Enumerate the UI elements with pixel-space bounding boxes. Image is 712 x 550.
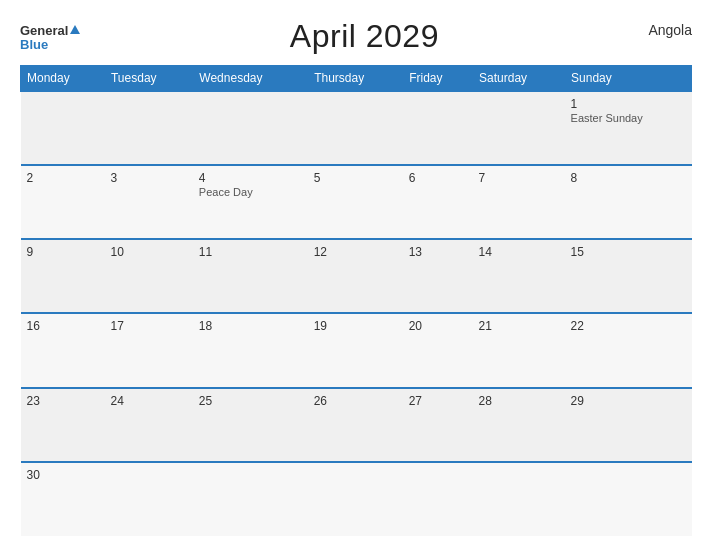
calendar-cell: 17 [104,313,192,387]
day-number: 25 [199,394,302,408]
day-number: 27 [409,394,467,408]
weekday-header-friday: Friday [403,66,473,92]
weekday-header-row: MondayTuesdayWednesdayThursdayFridaySatu… [21,66,692,92]
day-number: 16 [27,319,99,333]
calendar-header: General Blue April 2029 Angola [20,18,692,55]
day-number: 10 [110,245,186,259]
calendar-cell: 1Easter Sunday [565,91,692,165]
calendar-cell: 21 [473,313,565,387]
calendar-cell: 6 [403,165,473,239]
day-number: 17 [110,319,186,333]
calendar-cell [193,462,308,536]
calendar-cell [473,91,565,165]
calendar-cell: 20 [403,313,473,387]
day-number: 2 [27,171,99,185]
calendar-week-row: 23242526272829 [21,388,692,462]
calendar-week-row: 234Peace Day5678 [21,165,692,239]
day-number: 22 [571,319,686,333]
day-number: 4 [199,171,302,185]
calendar-cell: 30 [21,462,105,536]
calendar-cell: 26 [308,388,403,462]
calendar-week-row: 16171819202122 [21,313,692,387]
country-label: Angola [648,22,692,38]
calendar-cell: 25 [193,388,308,462]
day-number: 1 [571,97,686,111]
day-number: 21 [479,319,559,333]
day-number: 19 [314,319,397,333]
logo-triangle-icon [70,25,80,34]
day-number: 28 [479,394,559,408]
calendar-cell: 27 [403,388,473,462]
calendar-table: MondayTuesdayWednesdayThursdayFridaySatu… [20,65,692,536]
logo-blue-text: Blue [20,38,80,51]
logo: General Blue [20,22,80,51]
calendar-week-row: 30 [21,462,692,536]
calendar-cell: 9 [21,239,105,313]
calendar-cell: 23 [21,388,105,462]
day-number: 24 [110,394,186,408]
calendar-cell: 3 [104,165,192,239]
day-number: 20 [409,319,467,333]
calendar-week-row: 9101112131415 [21,239,692,313]
calendar-cell [308,462,403,536]
day-number: 13 [409,245,467,259]
day-event: Peace Day [199,186,302,198]
day-number: 11 [199,245,302,259]
calendar-cell: 15 [565,239,692,313]
calendar-cell [104,462,192,536]
calendar-cell: 4Peace Day [193,165,308,239]
day-number: 14 [479,245,559,259]
calendar-cell: 16 [21,313,105,387]
calendar-cell: 5 [308,165,403,239]
calendar-cell: 13 [403,239,473,313]
calendar-cell: 19 [308,313,403,387]
calendar-cell: 24 [104,388,192,462]
logo-general-text: General [20,22,80,38]
day-number: 9 [27,245,99,259]
logo-general-word: General [20,23,68,38]
weekday-header-saturday: Saturday [473,66,565,92]
calendar-cell [21,91,105,165]
calendar-cell [308,91,403,165]
calendar-cell: 2 [21,165,105,239]
weekday-header-thursday: Thursday [308,66,403,92]
weekday-header-monday: Monday [21,66,105,92]
calendar-cell [473,462,565,536]
calendar-cell: 14 [473,239,565,313]
calendar-week-row: 1Easter Sunday [21,91,692,165]
day-number: 7 [479,171,559,185]
calendar-cell [104,91,192,165]
calendar-cell: 28 [473,388,565,462]
calendar-cell [565,462,692,536]
day-number: 29 [571,394,686,408]
calendar-cell: 7 [473,165,565,239]
day-number: 18 [199,319,302,333]
calendar-title: April 2029 [290,18,439,55]
calendar-cell [193,91,308,165]
calendar-cell: 29 [565,388,692,462]
day-number: 3 [110,171,186,185]
weekday-header-tuesday: Tuesday [104,66,192,92]
day-number: 30 [27,468,99,482]
calendar-cell: 18 [193,313,308,387]
calendar-cell: 8 [565,165,692,239]
day-number: 23 [27,394,99,408]
weekday-header-sunday: Sunday [565,66,692,92]
day-number: 8 [571,171,686,185]
calendar-cell [403,91,473,165]
day-number: 15 [571,245,686,259]
day-event: Easter Sunday [571,112,686,124]
day-number: 12 [314,245,397,259]
calendar-cell [403,462,473,536]
calendar-cell: 10 [104,239,192,313]
day-number: 5 [314,171,397,185]
calendar-cell: 12 [308,239,403,313]
day-number: 6 [409,171,467,185]
weekday-header-wednesday: Wednesday [193,66,308,92]
calendar-cell: 22 [565,313,692,387]
day-number: 26 [314,394,397,408]
calendar-cell: 11 [193,239,308,313]
